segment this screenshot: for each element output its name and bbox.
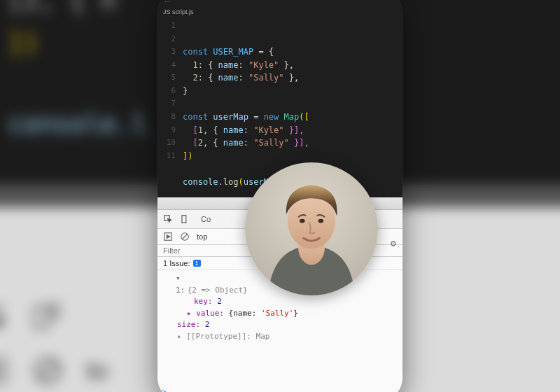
svg-rect-2 xyxy=(50,304,58,318)
svg-line-10 xyxy=(183,234,188,239)
clear-icon xyxy=(32,355,64,386)
play-icon[interactable] xyxy=(163,232,173,241)
inspect-icon xyxy=(0,302,9,333)
context-selector[interactable]: top xyxy=(197,232,207,241)
console-tab[interactable]: Co xyxy=(197,213,215,225)
gear-icon[interactable]: ⚙ xyxy=(390,239,397,248)
device-icon[interactable] xyxy=(180,214,190,224)
line-gutter: 1234567891011 xyxy=(162,20,176,162)
context-label-bg: to xyxy=(87,356,108,386)
inspect-icon[interactable] xyxy=(163,214,173,224)
editor-titlebar: ⋯ xyxy=(158,0,402,6)
device-icon xyxy=(31,302,62,333)
svg-rect-7 xyxy=(182,216,186,223)
clear-icon[interactable] xyxy=(180,232,190,241)
issues-badge: 1 xyxy=(193,260,201,267)
editor-tab-script[interactable]: JS script.js xyxy=(158,6,402,17)
svg-line-5 xyxy=(40,363,56,379)
presenter-webcam xyxy=(245,162,378,295)
svg-rect-1 xyxy=(34,307,48,328)
svg-point-15 xyxy=(318,219,324,223)
play-icon xyxy=(0,355,9,386)
svg-point-14 xyxy=(300,219,305,223)
console-prompt[interactable]: > xyxy=(162,387,167,392)
